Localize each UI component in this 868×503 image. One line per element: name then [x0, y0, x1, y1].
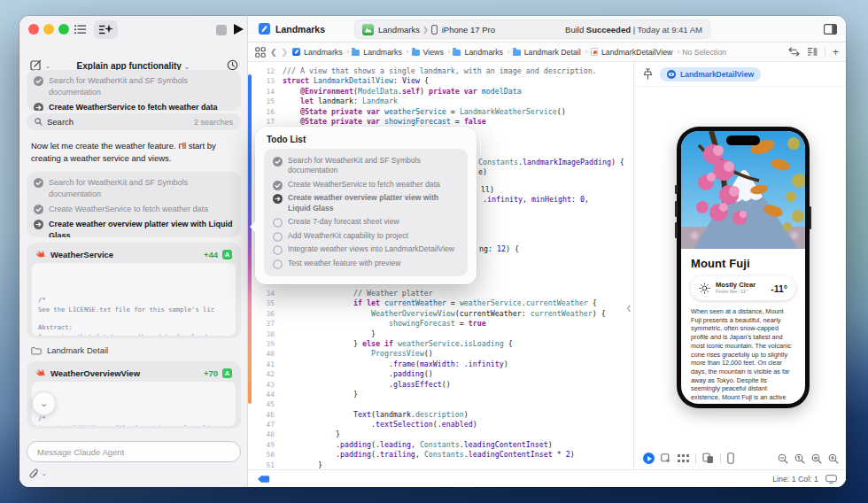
todo-list-popup: Todo List Search for WeatherKit and SF S…: [255, 127, 477, 284]
line-number: 51: [253, 460, 275, 469]
landmark-photo-mount-fuji: [681, 131, 805, 249]
code-line: 45: [253, 399, 633, 409]
forward-chevron-icon[interactable]: ❯: [282, 48, 289, 57]
scroll-to-bottom-button[interactable]: ⌄: [32, 391, 56, 415]
iphone-preview[interactable]: Mount Fuji Mostly Clear Feels like -11°: [677, 127, 810, 408]
code-review-icon[interactable]: [788, 47, 800, 57]
run-icon[interactable]: [234, 24, 244, 35]
line-number: 43: [253, 380, 275, 390]
chevron-down-icon[interactable]: ⌄: [45, 63, 50, 70]
code-line: 42 .padding(): [253, 369, 633, 379]
xcode-project-icon: [259, 23, 270, 35]
paperclip-icon[interactable]: [29, 468, 39, 479]
landmark-detail-sheet: Mount Fuji Mostly Clear Feels like -11°: [681, 249, 805, 404]
chevron-separator: ›: [585, 48, 588, 56]
breadcrumb: Landmarks › Landmarks › Views › Landmark…: [292, 48, 726, 57]
breadcrumb-item[interactable]: LandmarkDetailView ›: [590, 48, 680, 57]
code-line: 35 if let currentWeather = weatherServic…: [253, 298, 633, 308]
search-summary[interactable]: Search 2 searches: [27, 113, 241, 130]
chevron-separator: ›: [508, 48, 510, 56]
file-code-preview: /*See the LICENSE.txt file for this samp…: [32, 382, 236, 426]
breadcrumb-item[interactable]: No Selection ›: [682, 48, 726, 57]
file-card-weatherservice[interactable]: WeatherService +44 A /*See the LICENSE.t…: [27, 243, 241, 338]
back-chevron-icon[interactable]: ❮: [270, 48, 277, 57]
assistant-message-input[interactable]: [27, 441, 241, 462]
todo-state-icon: [273, 181, 283, 190]
todo-item[interactable]: Integrate weather views into LandmarkDet…: [268, 243, 463, 257]
zoom-out-icon[interactable]: [778, 453, 788, 464]
tag-icon[interactable]: [257, 475, 270, 484]
selectable-mode-icon[interactable]: [661, 453, 671, 464]
minimap-icon[interactable]: [807, 47, 818, 57]
assistant-mode-button[interactable]: [94, 20, 118, 39]
todo-summary-card-mid[interactable]: Search for WeatherKit and SF Symbols doc…: [27, 172, 241, 237]
chevron-down-icon[interactable]: ⌄: [42, 470, 47, 477]
todo-summary-card-top[interactable]: Search for WeatherKit and SF Symbols doc…: [27, 70, 241, 111]
display-icon[interactable]: [825, 475, 837, 484]
breadcrumb-item[interactable]: Landmarks ›: [352, 48, 409, 57]
breadcrumb-icon: [513, 50, 521, 56]
code-line: 48 }: [253, 429, 633, 439]
breadcrumb-item[interactable]: Landmarks ›: [292, 48, 350, 57]
conversation-list-icon[interactable]: [74, 23, 87, 35]
breadcrumb-item[interactable]: Views ›: [412, 48, 452, 57]
breadcrumb-item[interactable]: Landmarks ›: [453, 48, 510, 57]
todo-item-label: Create WeatherService to fetch weather d…: [49, 102, 217, 111]
todo-state-icon: [273, 218, 283, 228]
line-number: 17: [253, 117, 275, 127]
breadcrumb-label: Views: [423, 48, 444, 57]
code-fragment: ng: 12) {: [479, 244, 519, 254]
project-title: Landmarks: [248, 23, 325, 35]
add-editor-icon[interactable]: +: [833, 46, 839, 58]
destination-selector[interactable]: iPhone 17 Pro: [431, 25, 495, 35]
minimize-window-button[interactable]: [43, 24, 54, 35]
description-paragraph: When seen at a distance, Mount Fuji pres…: [691, 307, 795, 404]
build-status[interactable]: Build Succeeded | Today at 9:41 AM: [565, 25, 702, 35]
line-number: 37: [253, 319, 275, 329]
device-settings-icon[interactable]: [702, 453, 714, 464]
zoom-fit-icon[interactable]: [811, 453, 822, 464]
todo-item[interactable]: Create WeatherService to fetch weather d…: [268, 178, 463, 192]
todo-item[interactable]: Search for WeatherKit and SF Symbols doc…: [268, 154, 463, 178]
todo-item[interactable]: Test weather feature with preview: [268, 257, 463, 271]
todo-state-icon: [34, 220, 43, 229]
chevron-separator: ›: [448, 48, 451, 56]
todo-item[interactable]: Add WeatherKit capability to project: [268, 229, 463, 244]
inspector-toggle-icon[interactable]: [824, 24, 837, 35]
editor-collapse-chevron[interactable]: ❮: [626, 303, 632, 313]
destination-name: iPhone 17 Pro: [442, 25, 495, 35]
zoom-window-button[interactable]: [58, 24, 69, 35]
todo-item[interactable]: Create 7-day forecast sheet view: [268, 215, 463, 229]
ai-change-bar: [248, 74, 252, 404]
pin-icon[interactable]: [643, 68, 653, 80]
todo-item-label: Create weather overview platter view wit…: [49, 219, 234, 237]
todo-item-label: Create WeatherService to fetch weather d…: [49, 204, 208, 215]
scheme-pill[interactable]: Landmarks ❯ iPhone 17 Pro Build Succeede…: [354, 19, 710, 39]
related-items-icon[interactable]: [255, 47, 266, 58]
jump-bar: ❮ ❯ Landmarks › Landmarks › Views ›: [248, 43, 846, 62]
preview-target-pill[interactable]: LandmarkDetailView: [660, 67, 761, 81]
zoom-in-icon[interactable]: [828, 453, 839, 464]
todo-item-label: Create 7-day forecast sheet view: [288, 217, 399, 228]
todo-item[interactable]: Create weather overview platter view wit…: [268, 191, 463, 215]
todo-item: Create weather overview platter view wit…: [27, 217, 241, 237]
breadcrumb-item[interactable]: Landmark Detail ›: [513, 48, 589, 57]
todo-state-icon: [273, 259, 283, 269]
zoom-100-icon[interactable]: [794, 453, 805, 464]
device-icon[interactable]: [727, 453, 734, 464]
close-window-button[interactable]: [28, 24, 39, 35]
todo-item-label: Search for WeatherKit and SF Symbols doc…: [288, 156, 459, 176]
code-fragment: ll): [481, 185, 494, 195]
folder-icon: [31, 346, 42, 355]
assistant-sparkle-icon: [98, 23, 113, 36]
preview-play-button[interactable]: [643, 453, 655, 464]
line-number: 45: [253, 399, 275, 409]
todo-popup-title: Todo List: [255, 127, 477, 149]
line-number: 12: [253, 66, 275, 76]
weather-platter[interactable]: Mostly Clear Feels like -11° -11°: [691, 276, 795, 300]
variants-grid-icon[interactable]: [678, 453, 689, 463]
scheme-selector[interactable]: Landmarks: [362, 24, 420, 35]
group-row-landmark-detail[interactable]: Landmark Detail: [31, 345, 108, 355]
file-card-weatheroverviewview[interactable]: WeatherOverviewView +70 A /*See the LICE…: [27, 361, 241, 429]
stop-icon[interactable]: [216, 25, 227, 35]
